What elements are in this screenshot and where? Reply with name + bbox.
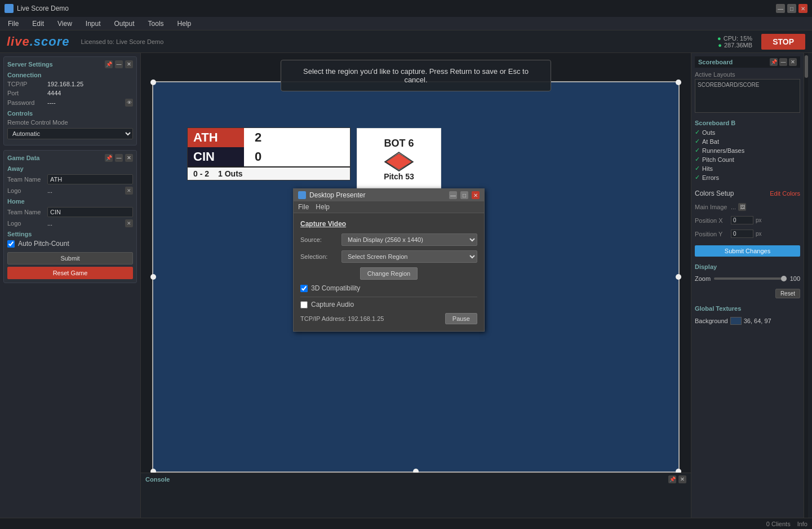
left-panel: Server Settings 📌 — ✕ Connection TCP/IP … xyxy=(0,53,141,518)
rp-minimize[interactable]: — xyxy=(779,58,787,66)
stop-button[interactable]: STOP xyxy=(761,34,805,50)
menu-help[interactable]: Help xyxy=(175,19,194,29)
scoreboard-b-section: Scoreboard B ✓ Outs ✓ At Bat ✓ Runners/B… xyxy=(695,120,800,183)
submit-changes-button[interactable]: Submit Changes xyxy=(695,245,800,257)
server-settings-minimize[interactable]: — xyxy=(115,60,123,68)
remote-control-label: Remote Control Mode xyxy=(7,119,68,126)
region-handle-tl[interactable] xyxy=(150,80,156,85)
dp-3d-label: 3D Compatibility xyxy=(311,284,360,292)
capture-notification: Select the region you'd like to capture.… xyxy=(281,60,551,91)
game-data-panel: Game Data 📌 — ✕ Away Team Name Logo ... … xyxy=(3,150,137,283)
pitch-label: Pitch 53 xyxy=(384,172,414,181)
app-icon xyxy=(5,4,14,13)
server-settings-close[interactable]: ✕ xyxy=(125,60,133,68)
reset-game-button[interactable]: Reset Game xyxy=(7,267,133,279)
password-eye-icon[interactable]: 👁 xyxy=(125,99,133,107)
check-runners: ✓ Runners/Bases xyxy=(695,147,800,154)
header-bar: live.score Licensed to: Live Score Demo … xyxy=(0,30,812,53)
scoreboard-panel-header: Scoreboard 📌 — ✕ xyxy=(695,56,800,68)
score-bottom: 0 - 2 1 Outs xyxy=(188,166,350,180)
console-panel: Console 📌 ✕ xyxy=(141,473,691,518)
count-display: 0 - 2 xyxy=(193,169,209,178)
away-logo-clear[interactable]: ✕ xyxy=(125,187,133,195)
title-bar-text: Live Score Demo xyxy=(17,5,69,12)
dp-menu-help[interactable]: Help xyxy=(316,203,330,211)
check-errors: ✓ Errors xyxy=(695,174,800,181)
close-button[interactable]: ✕ xyxy=(798,4,807,13)
dp-close-button[interactable]: ✕ xyxy=(472,191,480,199)
background-color-swatch[interactable] xyxy=(730,317,742,325)
rp-pin[interactable]: 📌 xyxy=(770,58,778,66)
dp-source-select[interactable]: Main Display (2560 x 1440) xyxy=(341,233,477,246)
dp-title-text: Desktop Presenter xyxy=(309,191,446,199)
game-data-pin[interactable]: 📌 xyxy=(105,154,113,162)
auto-pitch-label: Auto Pitch-Count xyxy=(18,240,69,248)
status-bar: 0 Clients Info xyxy=(0,518,812,529)
edit-colors-button[interactable]: Edit Colors xyxy=(770,190,800,197)
region-handle-ml[interactable] xyxy=(150,274,156,280)
region-handle-tr[interactable] xyxy=(676,80,681,85)
desktop-presenter-dialog: Desktop Presenter — □ ✕ File Help Captur… xyxy=(293,188,485,332)
console-pin[interactable]: 📌 xyxy=(668,475,676,483)
dp-change-region-button[interactable]: Change Region xyxy=(360,267,418,280)
layout-item: SCOREBOARD/SCORE xyxy=(698,82,797,88)
dp-3d-row: 3D Compatibility xyxy=(300,284,477,292)
dp-app-icon xyxy=(298,191,306,199)
dp-audio-checkbox[interactable] xyxy=(300,301,308,308)
main-image-icon[interactable]: 🖼 xyxy=(738,203,746,211)
background-value: 36, 64, 97 xyxy=(744,318,771,324)
settings-title: Settings xyxy=(7,231,133,237)
zoom-slider[interactable] xyxy=(714,277,787,280)
minimize-button[interactable]: — xyxy=(776,4,785,13)
menu-input[interactable]: Input xyxy=(83,19,103,29)
position-y-label: Position Y xyxy=(695,231,729,237)
check-hits: ✓ Hits xyxy=(695,165,800,172)
home-logo-label: Logo xyxy=(7,220,44,227)
zoom-reset-button[interactable]: Reset xyxy=(775,289,800,298)
region-handle-mr[interactable] xyxy=(676,274,681,280)
info-label: Info xyxy=(797,521,807,527)
maximize-button[interactable]: □ xyxy=(787,4,796,13)
console-close[interactable]: ✕ xyxy=(678,475,686,483)
app-logo: live.score xyxy=(7,34,70,49)
menu-output[interactable]: Output xyxy=(112,19,137,29)
menu-view[interactable]: View xyxy=(55,19,74,29)
colors-setup-label: Colors Setup xyxy=(695,189,734,197)
dp-maximize-button[interactable]: □ xyxy=(460,191,468,199)
dp-selection-select[interactable]: Select Screen Region xyxy=(341,250,477,263)
game-data-close[interactable]: ✕ xyxy=(125,154,133,162)
game-submit-button[interactable]: Submit xyxy=(7,252,133,264)
away-team-name: ATH xyxy=(188,128,244,147)
scrollbar-thumb[interactable] xyxy=(805,55,808,78)
dp-section-title: Capture Video xyxy=(300,220,477,228)
position-y-input[interactable] xyxy=(731,230,753,238)
position-x-input[interactable] xyxy=(731,216,753,224)
colors-setup-row: Colors Setup Edit Colors xyxy=(695,189,800,197)
rp-close[interactable]: ✕ xyxy=(789,58,797,66)
password-value: ---- xyxy=(47,99,122,106)
home-logo-clear[interactable]: ✕ xyxy=(125,219,133,227)
display-section-title: Display xyxy=(695,263,800,270)
bases-diamond xyxy=(382,149,416,172)
menu-edit[interactable]: Edit xyxy=(30,19,46,29)
menu-file[interactable]: File xyxy=(6,19,21,29)
dp-3d-checkbox[interactable] xyxy=(300,285,308,292)
auto-pitch-checkbox[interactable] xyxy=(7,240,15,248)
remote-control-dropdown[interactable]: Automatic xyxy=(7,128,133,139)
server-settings-title: Server Settings xyxy=(7,61,53,68)
dp-menu-file[interactable]: File xyxy=(298,203,309,211)
dp-pause-button[interactable]: Pause xyxy=(445,313,477,324)
background-label: Background xyxy=(695,318,728,324)
game-data-title: Game Data xyxy=(7,155,39,161)
position-y-row: Position Y px xyxy=(695,230,800,238)
away-team-input[interactable] xyxy=(47,174,133,184)
home-team-input[interactable] xyxy=(47,207,133,217)
menu-tools[interactable]: Tools xyxy=(146,19,166,29)
tcp-value: 192.168.1.25 xyxy=(47,81,133,87)
scoreboard-panel-title: Scoreboard xyxy=(698,59,733,65)
dp-minimize-button[interactable]: — xyxy=(449,191,457,199)
game-data-minimize[interactable]: — xyxy=(115,154,123,162)
right-panel-scrollbar[interactable] xyxy=(804,53,808,518)
server-settings-pin[interactable]: 📌 xyxy=(105,60,113,68)
background-row: Background 36, 64, 97 xyxy=(695,317,800,325)
